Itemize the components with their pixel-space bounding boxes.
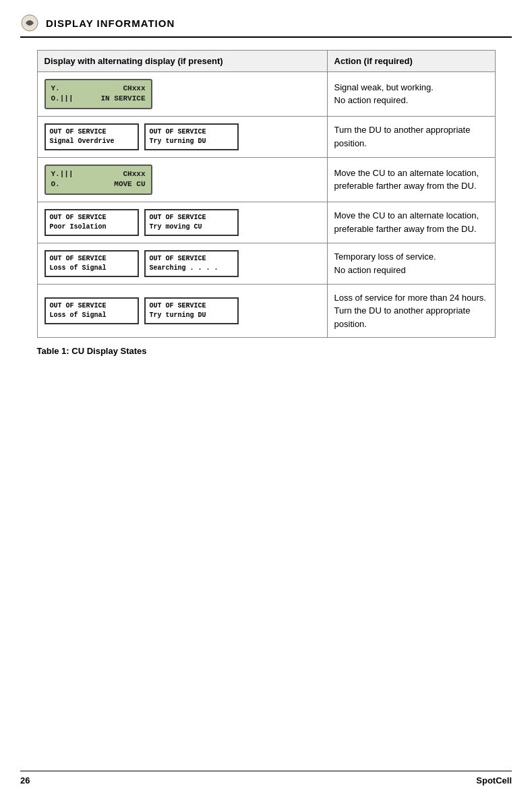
action-text: No action required: [334, 265, 406, 275]
lcd-line1-left: Y.: [51, 84, 60, 94]
oos-box2-row-signal-overdrive: OUT OF SERVICETry turning DU: [144, 123, 239, 150]
action-text: Temporary loss of service.: [334, 251, 436, 262]
page-header: Display Information: [20, 13, 512, 38]
page-footer: 26 SpotCell: [20, 771, 512, 786]
display-cell-row-move-cu: Y.|||CHxxxO.MOVE CU: [37, 157, 327, 202]
display-cell-row-signal-overdrive: OUT OF SERVICESignal OverdriveOUT OF SER…: [37, 116, 327, 157]
action-text: No action required.: [334, 95, 409, 105]
oos-box1-row-poor-isolation: OUT OF SERVICEPoor Isolation: [45, 209, 139, 236]
oos-box2-row-poor-isolation: OUT OF SERVICETry moving CU: [144, 209, 239, 236]
logo-icon: [20, 13, 39, 32]
oos-box1-row-signal-overdrive: OUT OF SERVICESignal Overdrive: [45, 123, 139, 150]
action-text: Turn the DU to another appropriate posit…: [334, 125, 471, 148]
oos-pair-row-loss-signal-turning: OUT OF SERVICELoss of SignalOUT OF SERVI…: [45, 297, 320, 324]
action-cell-row-in-service: Signal weak, but working.No action requi…: [327, 72, 495, 117]
page-number: 26: [20, 775, 30, 786]
action-cell-row-move-cu: Move the CU to an alternate location, pr…: [327, 157, 495, 202]
action-text: Turn the DU to another appropriate posit…: [334, 305, 471, 329]
oos-pair-row-signal-overdrive: OUT OF SERVICESignal OverdriveOUT OF SER…: [45, 123, 320, 150]
main-content: Display with alternating display (if pre…: [37, 50, 496, 356]
table-row: OUT OF SERVICELoss of SignalOUT OF SERVI…: [37, 243, 495, 284]
table-row: Y.|||CHxxxO.MOVE CUMove the CU to an alt…: [37, 157, 495, 202]
lcd-line1-left: Y.|||: [51, 169, 73, 179]
display-cell-row-in-service: Y.CHxxxO.|||IN SERVICE: [37, 72, 327, 117]
action-text: Move the CU to an alternate location, pr…: [334, 210, 479, 234]
lcd-line2-left: O.: [51, 179, 60, 189]
oos-box1-row-loss-signal-turning: OUT OF SERVICELoss of Signal: [45, 297, 139, 324]
lcd-line2-left: O.|||: [51, 94, 73, 104]
lcd-line1-right: CHxxx: [123, 169, 145, 179]
col2-header: Action (if required): [327, 51, 495, 72]
table-caption: Table 1: CU Display States: [37, 346, 496, 356]
action-text: Signal weak, but working.: [334, 82, 434, 92]
oos-box2-row-loss-signal-turning: OUT OF SERVICETry turning DU: [144, 297, 239, 324]
action-text: Loss of service for more than 24 hours.: [334, 293, 486, 303]
table-row: OUT OF SERVICELoss of SignalOUT OF SERVI…: [37, 284, 495, 338]
display-cell-row-loss-signal-turning: OUT OF SERVICELoss of SignalOUT OF SERVI…: [37, 284, 327, 338]
lcd-line2-right: IN SERVICE: [100, 94, 145, 104]
oos-pair-row-loss-signal-searching: OUT OF SERVICELoss of SignalOUT OF SERVI…: [45, 250, 320, 277]
lcd-screen-row-move-cu: Y.|||CHxxxO.MOVE CU: [45, 165, 152, 195]
display-cell-row-poor-isolation: OUT OF SERVICEPoor IsolationOUT OF SERVI…: [37, 202, 327, 243]
action-cell-row-poor-isolation: Move the CU to an alternate location, pr…: [327, 202, 495, 243]
action-cell-row-loss-signal-searching: Temporary loss of service.No action requ…: [327, 243, 495, 284]
oos-pair-row-poor-isolation: OUT OF SERVICEPoor IsolationOUT OF SERVI…: [45, 209, 320, 236]
col1-header: Display with alternating display (if pre…: [37, 51, 327, 72]
lcd-screen-row-in-service: Y.CHxxxO.|||IN SERVICE: [45, 79, 152, 109]
table-row: Y.CHxxxO.|||IN SERVICESignal weak, but w…: [37, 72, 495, 117]
table-row: OUT OF SERVICESignal OverdriveOUT OF SER…: [37, 116, 495, 157]
table-row: OUT OF SERVICEPoor IsolationOUT OF SERVI…: [37, 202, 495, 243]
action-text: Move the CU to an alternate location, pr…: [334, 168, 479, 191]
action-cell-row-signal-overdrive: Turn the DU to another appropriate posit…: [327, 116, 495, 157]
oos-box2-row-loss-signal-searching: OUT OF SERVICESearching . . . .: [144, 250, 239, 277]
table-header-row: Display with alternating display (if pre…: [37, 51, 495, 72]
display-info-table: Display with alternating display (if pre…: [37, 50, 496, 338]
display-cell-row-loss-signal-searching: OUT OF SERVICELoss of SignalOUT OF SERVI…: [37, 243, 327, 284]
oos-box1-row-loss-signal-searching: OUT OF SERVICELoss of Signal: [45, 250, 139, 277]
lcd-line2-right: MOVE CU: [114, 179, 145, 189]
action-cell-row-loss-signal-turning: Loss of service for more than 24 hours.T…: [327, 284, 495, 338]
brand-name: SpotCell: [476, 775, 512, 786]
page-title: Display Information: [46, 18, 175, 29]
lcd-line1-right: CHxxx: [123, 84, 145, 94]
